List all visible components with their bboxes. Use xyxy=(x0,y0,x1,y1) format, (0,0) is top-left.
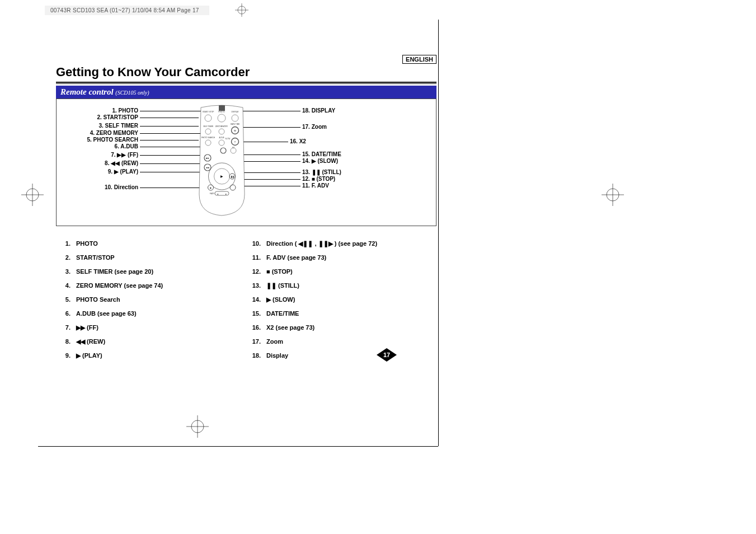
remote-diagram-box: 1. PHOTO 2. START/STOP 3. SELF TIMER 4. … xyxy=(56,99,436,226)
title-rule-thick xyxy=(56,82,436,83)
list-item: 9.▶ (PLAY) xyxy=(56,352,246,359)
legend-col-right: 10.Direction ( ◀❚❚ , ❚❚▶ ) (see page 72)… xyxy=(246,240,436,366)
list-item: 5.PHOTO Search xyxy=(56,296,246,303)
list-item: 15.DATE/TIME xyxy=(246,310,436,317)
list-item: 12.■ (STOP) xyxy=(246,268,436,275)
registration-mark-right xyxy=(602,184,624,206)
list-item: 18.Display xyxy=(246,352,436,359)
svg-text:◂: ◂ xyxy=(217,193,218,195)
list-item: 6.A.DUB (see page 63) xyxy=(56,310,246,317)
svg-rect-12 xyxy=(219,105,225,111)
list-item: 4.ZERO MEMORY (see page 74) xyxy=(56,282,246,289)
list-item: 3.SELF TIMER (see page 20) xyxy=(56,268,246,275)
list-item: 7.▶▶ (FF) xyxy=(56,324,246,331)
list-item: 10.Direction ( ◀❚❚ , ❚❚▶ ) (see page 72) xyxy=(246,240,436,247)
callout-a-dub: 6. A.DUB xyxy=(62,143,138,149)
list-item: 11.F. ADV (see page 73) xyxy=(246,254,436,261)
svg-text:❚❚: ❚❚ xyxy=(231,175,234,178)
print-header: 00743R SCD103 SEA (01~27) 1/10/04 8:54 A… xyxy=(45,6,209,15)
callout-still: 13. ❚❚ (STILL) xyxy=(302,169,341,175)
svg-text:START/
STOP: START/ STOP xyxy=(203,111,214,113)
svg-text:DATE/
TIME: DATE/ TIME xyxy=(231,123,240,125)
svg-text:SELF
TIMER: SELF TIMER xyxy=(203,125,213,128)
svg-text:▸: ▸ xyxy=(226,193,227,195)
list-item: 13.❚❚ (STILL) xyxy=(246,282,436,289)
list-item: 1.PHOTO xyxy=(56,240,246,247)
list-item: 16.X2 (see page 73) xyxy=(246,324,436,331)
callout-start-stop: 2. START/STOP xyxy=(62,114,138,120)
svg-text:17: 17 xyxy=(383,352,390,358)
callout-zoom: 17. Zoom xyxy=(302,124,327,130)
subtitle-text: Remote control xyxy=(60,87,114,96)
registration-mark-left xyxy=(21,184,44,206)
svg-text:X2: X2 xyxy=(232,147,234,149)
page-number-badge: 17 xyxy=(375,347,398,365)
title-rule-thin xyxy=(56,83,436,84)
crop-mark-top xyxy=(235,3,248,17)
callout-photo: 1. PHOTO xyxy=(62,107,138,114)
callout-ff: 7. ▶▶ (FF) xyxy=(62,152,138,158)
svg-text:PHOTO
SEARCH: PHOTO SEARCH xyxy=(201,137,215,139)
subtitle-note: (SCD105 only) xyxy=(115,90,149,96)
section-subtitle-bar: Remote control (SCD105 only) xyxy=(56,86,436,99)
language-box: ENGLISH xyxy=(402,55,436,64)
callout-x2: 16. X2 xyxy=(290,138,306,144)
language-label: ENGLISH xyxy=(406,56,433,63)
svg-text:PHOTO: PHOTO xyxy=(218,111,225,113)
callout-self-timer: 3. SELF TIMER xyxy=(62,123,138,129)
list-item: 14.▶ (SLOW) xyxy=(246,296,436,303)
svg-text:F.ADV: F.ADV xyxy=(210,193,215,195)
callout-play: 9. ▶ (PLAY) xyxy=(62,168,138,175)
callout-rew: 8. ◀◀ (REW) xyxy=(62,160,138,166)
page-content: ENGLISH Getting to Know Your Camcorder R… xyxy=(56,55,436,366)
list-item: 17.Zoom xyxy=(246,338,436,345)
callout-direction: 10. Direction xyxy=(62,184,138,190)
callout-display: 18. DISPLAY xyxy=(302,107,335,114)
callout-f-adv: 11. F. ADV xyxy=(302,182,329,189)
callout-stop: 12. ■ (STOP) xyxy=(302,176,335,182)
svg-text:▶: ▶ xyxy=(220,175,223,178)
svg-text:▸▸: ▸▸ xyxy=(206,156,209,160)
print-header-text: 00743R SCD103 SEA (01~27) 1/10/04 8:54 A… xyxy=(50,7,199,13)
list-item: 8.◀◀ (REW) xyxy=(56,338,246,345)
svg-text:◂◂: ◂◂ xyxy=(206,166,209,169)
svg-text:SLOW: SLOW xyxy=(226,138,231,140)
svg-text:A.DUB: A.DUB xyxy=(219,137,224,139)
legend-lists: 1.PHOTO 2.START/STOP 3.SELF TIMER (see p… xyxy=(56,240,436,366)
svg-text:ZERO
MEMORY: ZERO MEMORY xyxy=(215,125,228,128)
crop-line-horizontal xyxy=(38,446,438,447)
svg-text:DISPLAY: DISPLAY xyxy=(231,111,239,113)
callout-slow: 14. ▶ (SLOW) xyxy=(302,158,338,164)
callout-date-time: 15. DATE/TIME xyxy=(302,151,341,157)
crop-line-vertical xyxy=(438,20,439,446)
callout-photo-search: 5. PHOTO SEARCH xyxy=(62,137,138,143)
registration-mark-bottom xyxy=(186,415,209,440)
legend-col-left: 1.PHOTO 2.START/STOP 3.SELF TIMER (see p… xyxy=(56,240,246,366)
svg-text:W: W xyxy=(234,129,236,132)
list-item: 2.START/STOP xyxy=(56,254,246,261)
page-title: Getting to Know Your Camcorder xyxy=(56,65,436,79)
remote-illustration: START/ STOP PHOTO DISPLAY W SELF TIMER Z… xyxy=(195,105,248,219)
callout-zero-memory: 4. ZERO MEMORY xyxy=(62,130,138,136)
